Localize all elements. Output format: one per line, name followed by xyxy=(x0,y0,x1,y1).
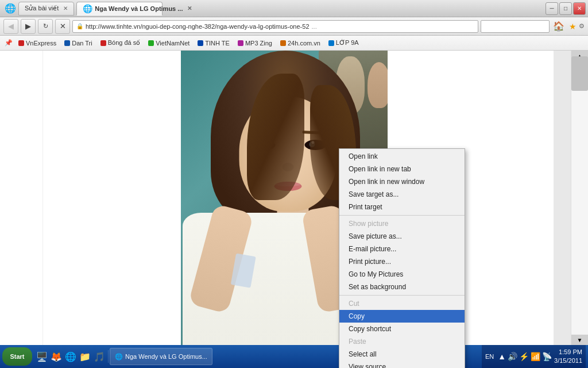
taskbar-browser-label: Nga Wendy và LG Optimus... xyxy=(125,353,207,360)
minimize-button[interactable]: ─ xyxy=(546,2,558,15)
ctx-item-save-target[interactable]: Save target as... xyxy=(339,188,465,201)
scroll-down-button[interactable]: ▼ xyxy=(571,335,588,345)
clock-date: 3/15/2011 xyxy=(554,356,582,365)
search-input[interactable] xyxy=(481,20,550,33)
nav-right-buttons: 🏠 ★ ⚙ xyxy=(481,20,585,33)
navigation-bar: ◀ ▶ ↻ ✕ 🔒 http://www.tinhte.vn/nguoi-dep… xyxy=(0,17,588,36)
bookmark-lop9a-icon xyxy=(328,40,334,46)
refresh-button[interactable]: ↻ xyxy=(38,19,53,34)
taskbar-browser-item[interactable]: 🌐 Nga Wendy và LG Optimus... xyxy=(110,348,212,365)
tab-nga-wendy-label: Nga Wendy và LG Optimus ... xyxy=(95,5,183,12)
ctx-item-paste: Paste xyxy=(339,335,465,348)
bookmark-dantri[interactable]: Dan Tri xyxy=(62,39,94,47)
tray-lang-indicator[interactable]: EN xyxy=(485,353,494,360)
bookmark-tinhte[interactable]: TINH TE xyxy=(195,39,232,47)
scroll-track[interactable]: ▲ ▼ xyxy=(571,51,588,345)
quick-launch: 🖥️ 🦊 🌐 📁 🎵 xyxy=(33,350,109,363)
ctx-item-cut: Cut xyxy=(339,297,465,310)
clock-time: 1:59 PM xyxy=(554,348,582,356)
ctx-item-copy-shortcut[interactable]: Copy shortcut xyxy=(339,323,465,335)
browser-window: 🌐 Sửa bài viết ✕ 🌐 Nga Wendy và LG Optim… xyxy=(0,0,588,368)
window-controls: ─ □ ✕ xyxy=(546,2,586,15)
show-desktop-button[interactable]: 🖥️ xyxy=(36,350,48,363)
bookmark-24h[interactable]: 24h.com.vn xyxy=(278,39,323,47)
bookmark-vietnamnet-icon xyxy=(148,40,154,46)
tray-signal-icon: 📶 xyxy=(531,352,540,361)
firefox-taskbar-icon[interactable]: 🦊 xyxy=(50,350,63,363)
bookmark-lop9a-label: LỚP 9A xyxy=(336,39,359,47)
stop-button[interactable]: ✕ xyxy=(55,19,70,34)
close-button[interactable]: ✕ xyxy=(573,2,586,15)
media-taskbar-icon[interactable]: 🎵 xyxy=(93,350,106,363)
ctx-item-select-all[interactable]: Select all xyxy=(339,348,465,361)
tab-edit-post-close[interactable]: ✕ xyxy=(63,5,68,12)
bookmark-tinhte-icon xyxy=(198,40,203,46)
taskbar: Start 🖥️ 🦊 🌐 📁 🎵 🌐 Nga Wendy và LG Optim… xyxy=(0,345,588,368)
tray-network-icon: ▲ xyxy=(498,352,506,361)
start-button[interactable]: Start xyxy=(2,347,32,366)
ctx-separator-after-set-background xyxy=(339,295,465,296)
ctx-item-view-source[interactable]: View source xyxy=(339,361,465,368)
system-clock[interactable]: 1:59 PM 3/15/2011 xyxy=(554,348,582,366)
ctx-item-open-new-tab[interactable]: Open link in new tab xyxy=(339,163,465,175)
title-bar-left: 🌐 Sửa bài viết ✕ 🌐 Nga Wendy và LG Optim… xyxy=(5,2,546,16)
bookmark-24h-label: 24h.com.vn xyxy=(288,40,320,47)
tab-nga-wendy[interactable]: 🌐 Nga Wendy và LG Optimus ... ✕ xyxy=(76,2,163,16)
start-button-label: Start xyxy=(10,353,24,360)
ctx-item-print-target[interactable]: Print target xyxy=(339,201,465,213)
ctx-item-open-link[interactable]: Open link xyxy=(339,150,465,163)
bookmark-tinhte-label: TINH TE xyxy=(205,40,230,47)
tray-wifi-icon: 📡 xyxy=(542,352,552,361)
address-suffix: ... xyxy=(312,23,317,30)
ctx-item-set-background[interactable]: Set as background xyxy=(339,281,465,293)
maximize-button[interactable]: □ xyxy=(559,2,572,15)
bg-statue xyxy=(368,62,390,108)
browser-icon: 🌐 xyxy=(5,3,16,14)
bookmark-lop9a[interactable]: LỚP 9A xyxy=(326,39,361,47)
bookmark-mp3zing[interactable]: MP3 Zing xyxy=(235,39,274,47)
favorites-star-icon[interactable]: ★ xyxy=(568,22,578,31)
ctx-item-go-pictures[interactable]: Go to My Pictures xyxy=(339,268,465,281)
ctx-item-save-picture[interactable]: Save picture as... xyxy=(339,230,465,243)
scrollbar-track[interactable]: ▲ ▼ xyxy=(571,51,588,345)
tab-edit-post[interactable]: Sửa bài viết ✕ xyxy=(18,2,74,16)
forward-button[interactable]: ▶ xyxy=(21,19,36,34)
ctx-item-copy[interactable]: Copy xyxy=(339,310,465,323)
system-tray: EN ▲ 🔊 ⚡ 📶 📡 1:59 PM 3/15/2011 xyxy=(482,345,586,368)
ctx-item-print-picture[interactable]: Print picture... xyxy=(339,255,465,268)
ctx-item-show-picture: Show picture xyxy=(339,217,465,230)
bookmark-bongdaso-icon xyxy=(100,40,106,46)
context-menu: Open linkOpen link in new tabOpen link i… xyxy=(339,148,465,368)
bookmark-vnexpress-icon xyxy=(18,40,24,46)
bookmarks-label: 📌 xyxy=(5,39,13,47)
back-button[interactable]: ◀ xyxy=(3,19,18,34)
address-lock-icon: 🔒 xyxy=(76,23,83,29)
bookmark-mp3zing-icon xyxy=(238,40,243,46)
ctx-item-open-new-window[interactable]: Open link in new window xyxy=(339,175,465,188)
ctx-separator-after-print-target xyxy=(339,215,465,216)
bookmarks-bar: 📌 VnExpress Dan Tri Bóng đá số VietNamNe… xyxy=(0,36,588,51)
address-text: http://www.tinhte.vn/nguoi-dep-cong-nghe… xyxy=(86,23,310,30)
bookmark-dantri-icon xyxy=(64,40,70,46)
tab-nga-wendy-close[interactable]: ✕ xyxy=(187,5,192,12)
tools-button[interactable]: ⚙ xyxy=(579,22,585,30)
bookmark-vietnamnet[interactable]: VietNamNet xyxy=(146,39,192,47)
explorer-taskbar-icon[interactable]: 📁 xyxy=(79,350,91,363)
bookmark-vnexpress[interactable]: VnExpress xyxy=(16,39,59,47)
home-button[interactable]: 🏠 xyxy=(551,21,567,32)
left-white-space xyxy=(43,51,181,345)
page-content xyxy=(43,51,571,345)
address-bar[interactable]: 🔒 http://www.tinhte.vn/nguoi-dep-cong-ng… xyxy=(72,20,478,33)
bookmark-dantri-label: Dan Tri xyxy=(72,40,92,47)
bookmark-vnexpress-label: VnExpress xyxy=(26,40,56,47)
ctx-item-email-picture[interactable]: E-mail picture... xyxy=(339,243,465,255)
tab-edit-post-label: Sửa bài viết xyxy=(25,5,59,12)
scroll-thumb[interactable] xyxy=(571,56,588,91)
tray-battery-icon: ⚡ xyxy=(519,352,529,361)
tab-nga-wendy-icon: 🌐 xyxy=(83,4,92,13)
bookmark-bongdaso[interactable]: Bóng đá số xyxy=(98,39,143,47)
bookmark-24h-icon xyxy=(280,40,286,46)
ie-taskbar-icon[interactable]: 🌐 xyxy=(64,350,77,363)
tray-volume-icon[interactable]: 🔊 xyxy=(508,352,517,361)
bookmark-bongdaso-label: Bóng đá số xyxy=(108,39,141,47)
